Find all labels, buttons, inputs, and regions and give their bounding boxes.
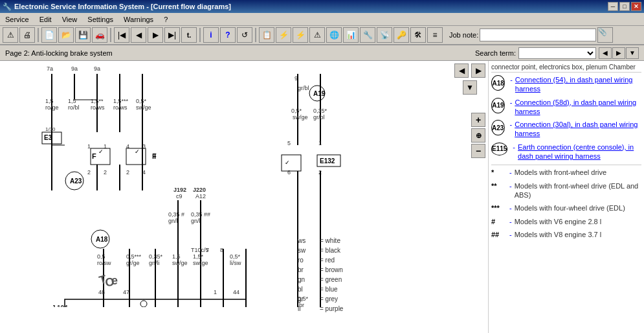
toolbar-btn-8[interactable]: 📊 bbox=[343, 27, 359, 43]
search-next-btn[interactable]: ▶ bbox=[612, 47, 625, 59]
legend-gr-val: = grey bbox=[320, 295, 343, 304]
panel-text-a23[interactable]: Connection (30al), in dash panel wiring … bbox=[515, 120, 641, 139]
menu-help[interactable]: ? bbox=[161, 14, 170, 25]
nav-right-btn[interactable]: ▶ bbox=[471, 63, 485, 78]
legend-bl-abbr: bl bbox=[298, 285, 317, 294]
toolbar-btn-9[interactable]: 🔧 bbox=[360, 27, 375, 43]
zoom-reset-btn[interactable]: ⊕ bbox=[471, 128, 485, 143]
toolbar-btn-open[interactable]: 📂 bbox=[58, 27, 74, 43]
panel-text-a18[interactable]: Connection (54), in dash panel wiring ha… bbox=[515, 75, 641, 94]
panel-entry-e115: E115 - Earth connection (centre console)… bbox=[491, 143, 641, 161]
svg-text:104: 104 bbox=[57, 304, 68, 307]
symbol-star3-text: Models with four-wheel drive (EDL) bbox=[515, 203, 625, 212]
toolbar-nav-first[interactable]: |◀ bbox=[114, 27, 129, 43]
svg-text:ro/bl: ro/bl bbox=[68, 104, 80, 111]
svg-text:1/30: 1/30 bbox=[45, 126, 56, 132]
panel-circle-a23[interactable]: A23 bbox=[491, 120, 505, 135]
svg-text:47: 47 bbox=[123, 289, 129, 295]
svg-text:1,5*: 1,5* bbox=[193, 253, 204, 260]
legend-ws-abbr: ws bbox=[298, 236, 317, 246]
nav-down-btn[interactable]: ▼ bbox=[463, 80, 477, 95]
toolbar-nav-last[interactable]: ▶| bbox=[164, 27, 180, 43]
svg-text:e: e bbox=[111, 274, 118, 287]
symbol-star3: *** bbox=[491, 203, 504, 212]
zoom-out-btn[interactable]: − bbox=[471, 144, 485, 158]
panel-ellipse-e115[interactable]: E115 bbox=[491, 143, 507, 155]
svg-text:3: 3 bbox=[142, 143, 146, 150]
menu-view[interactable]: View bbox=[60, 14, 80, 25]
search-prev-btn[interactable]: ◀ bbox=[599, 47, 612, 59]
svg-text:1,5***: 1,5*** bbox=[113, 98, 129, 104]
svg-text:J192: J192 bbox=[173, 187, 186, 193]
panel-entry-hash: # - Models with V6 engine 2.8 l bbox=[491, 217, 641, 226]
toolbar-sep-4 bbox=[255, 28, 256, 42]
toolbar-btn-info[interactable]: i bbox=[203, 27, 219, 43]
toolbar-btn-12[interactable]: 🛠 bbox=[410, 27, 426, 43]
panel-circle-a18[interactable]: A18 bbox=[491, 75, 505, 91]
menu-edit[interactable]: Edit bbox=[37, 14, 54, 25]
job-note-action-btn[interactable]: 📎 bbox=[597, 27, 613, 43]
main-content: ◀ ▶ ▼ + ⊕ − 7a 9a 9a 1,5 ro/ge bbox=[0, 61, 644, 333]
toolbar-btn-save[interactable]: 💾 bbox=[75, 27, 91, 43]
legend-ro-abbr: ro bbox=[298, 256, 317, 265]
wiring-diagram: 7a 9a 9a 1,5 ro/ge 1,5 ro/bl 1,5** ro/ws… bbox=[0, 61, 440, 307]
nav-left-btn[interactable]: ◀ bbox=[454, 63, 469, 78]
toolbar-nav-prev[interactable]: ◀ bbox=[131, 27, 146, 43]
toolbar-btn-10[interactable]: 📡 bbox=[377, 27, 392, 43]
toolbar-btn-globe[interactable]: 🌐 bbox=[326, 27, 342, 43]
panel-entry-a18: A18 - Connection (54), in dash panel wir… bbox=[491, 75, 641, 94]
panel-circle-a19[interactable]: A19 bbox=[491, 98, 505, 113]
svg-text:2: 2 bbox=[126, 169, 129, 176]
svg-text:1,5: 1,5 bbox=[172, 253, 181, 260]
toolbar-btn-refresh[interactable]: ↺ bbox=[237, 27, 252, 43]
search-input[interactable] bbox=[518, 47, 596, 59]
svg-text:7: 7 bbox=[206, 247, 209, 253]
menu-settings[interactable]: Settings bbox=[85, 14, 116, 25]
zoom-in-btn[interactable]: + bbox=[471, 113, 485, 127]
toolbar-btn-11[interactable]: 🔑 bbox=[394, 27, 409, 43]
svg-text:✓: ✓ bbox=[285, 159, 290, 166]
svg-text:J: J bbox=[52, 304, 56, 307]
close-button[interactable]: ✕ bbox=[631, 2, 641, 11]
toolbar-btn-7[interactable]: ⚡ bbox=[293, 27, 308, 43]
title-bar: 🔧 Electronic Service Information System … bbox=[0, 0, 644, 13]
job-note-input[interactable] bbox=[480, 29, 596, 41]
toolbar-nav-next[interactable]: ▶ bbox=[148, 27, 163, 43]
svg-text:2: 2 bbox=[87, 169, 91, 176]
toolbar-btn-6[interactable]: ⚡ bbox=[276, 27, 291, 43]
toolbar-btn-print[interactable]: 🖨 bbox=[19, 27, 35, 43]
nav-arrows: ◀ ▶ ▼ bbox=[454, 63, 485, 95]
legend-br-val: = brown bbox=[320, 266, 343, 275]
svg-text:0,5*: 0,5* bbox=[230, 253, 241, 260]
svg-text:I: I bbox=[154, 152, 156, 160]
svg-text:J220: J220 bbox=[193, 187, 206, 193]
svg-text:A12: A12 bbox=[195, 193, 206, 200]
legend-gr-abbr: gr bbox=[298, 295, 317, 304]
toolbar-btn-t[interactable]: t. bbox=[181, 27, 197, 43]
toolbar-btn-warn2[interactable]: ⚠ bbox=[309, 27, 325, 43]
minimize-button[interactable]: ─ bbox=[608, 2, 618, 11]
menu-bar: Service Edit View Settings Warnings ? bbox=[0, 13, 644, 26]
maximize-button[interactable]: □ bbox=[619, 2, 630, 11]
toolbar-btn-5[interactable]: 📋 bbox=[259, 27, 274, 43]
panel-text-a19[interactable]: Connection (58d), in dash panel wiring h… bbox=[515, 98, 641, 117]
svg-text:2: 2 bbox=[104, 169, 107, 176]
menu-warnings[interactable]: Warnings bbox=[121, 14, 156, 25]
legend-gn-abbr: gn bbox=[298, 275, 317, 284]
symbol-hash2: ## bbox=[491, 230, 504, 239]
toolbar-btn-new[interactable]: 📄 bbox=[41, 27, 57, 43]
toolbar-btn-car[interactable]: 🚗 bbox=[92, 27, 107, 43]
svg-text:li/sw: li/sw bbox=[230, 260, 241, 266]
search-down-btn[interactable]: ▼ bbox=[626, 47, 639, 59]
toolbar-btn-help2[interactable]: ? bbox=[220, 27, 236, 43]
toolbar-btn-1[interactable]: ⚠ bbox=[3, 27, 18, 43]
panel-text-e115[interactable]: Earth connection (centre console), in da… bbox=[518, 143, 641, 161]
menu-service[interactable]: Service bbox=[3, 14, 32, 25]
toolbar-sep-3 bbox=[199, 28, 201, 42]
legend-sw-val: = black bbox=[320, 246, 343, 255]
toolbar-btn-13[interactable]: ≡ bbox=[427, 27, 443, 43]
legend-area: ws= white sw= black ro= red br= brown gn… bbox=[298, 236, 343, 314]
status-bar: Page 2: Anti-locking brake system Search… bbox=[0, 45, 644, 61]
svg-text:gr/bl: gr/bl bbox=[298, 85, 309, 91]
app-icon: 🔧 bbox=[3, 3, 12, 11]
